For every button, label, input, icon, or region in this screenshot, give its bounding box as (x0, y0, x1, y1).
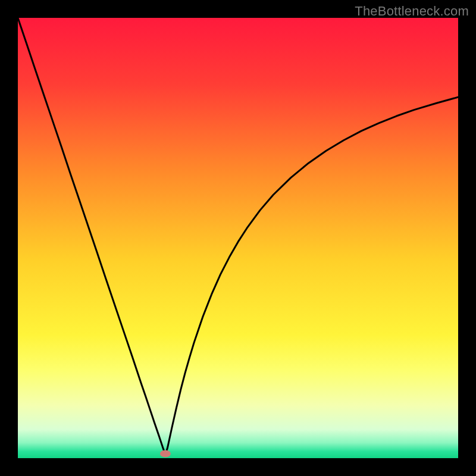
chart-frame: TheBottleneck.com (0, 0, 476, 476)
chart-svg (18, 18, 458, 458)
minimum-marker (160, 450, 171, 458)
gradient-background (18, 18, 458, 458)
plot-area (18, 18, 458, 458)
watermark-text: TheBottleneck.com (355, 4, 469, 19)
